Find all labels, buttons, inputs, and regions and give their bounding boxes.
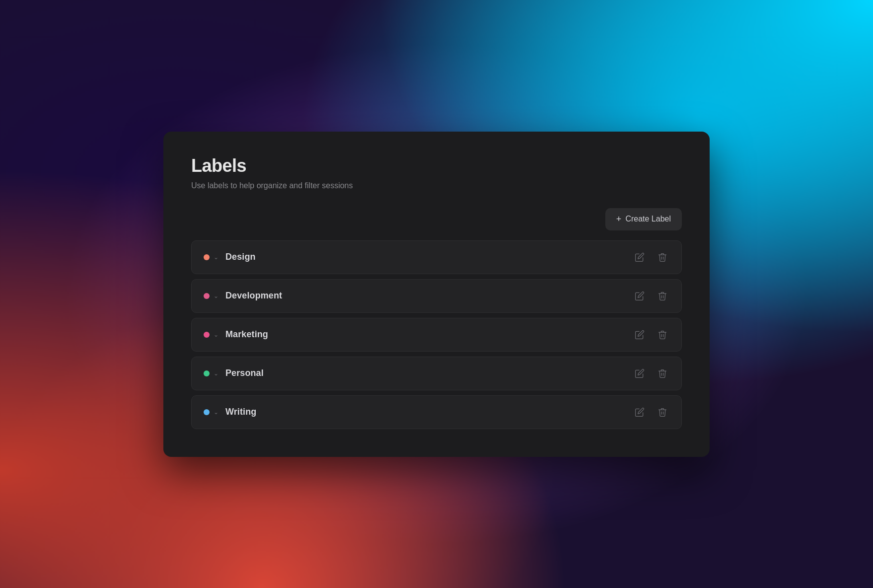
label-name-marketing: Marketing — [225, 329, 268, 340]
label-actions-writing — [633, 405, 669, 419]
label-name-design: Design — [225, 252, 256, 262]
label-row-marketing: ⌄ Marketing — [191, 318, 682, 352]
create-label-button-text: Create Label — [625, 215, 671, 223]
edit-icon-design — [635, 252, 645, 262]
toolbar: + Create Label — [191, 208, 682, 230]
label-color-dot-design — [204, 254, 210, 260]
label-name-writing: Writing — [225, 407, 256, 417]
label-row-personal: ⌄ Personal — [191, 357, 682, 390]
delete-button-development[interactable] — [655, 289, 669, 303]
edit-button-marketing[interactable] — [633, 328, 647, 342]
plus-icon: + — [616, 214, 622, 224]
edit-icon-personal — [635, 368, 645, 378]
edit-icon-development — [635, 291, 645, 301]
edit-button-design[interactable] — [633, 250, 647, 264]
label-actions-design — [633, 250, 669, 264]
label-name-personal: Personal — [225, 368, 264, 378]
edit-button-development[interactable] — [633, 289, 647, 303]
chevron-down-icon-design[interactable]: ⌄ — [214, 254, 218, 261]
edit-icon-writing — [635, 407, 645, 417]
chevron-down-icon-development[interactable]: ⌄ — [214, 293, 218, 299]
edit-icon-marketing — [635, 330, 645, 340]
chevron-down-icon-marketing[interactable]: ⌄ — [214, 331, 218, 338]
label-left-writing: ⌄ Writing — [204, 407, 633, 417]
labels-list: ⌄ Design — [191, 240, 682, 429]
create-label-button[interactable]: + Create Label — [605, 208, 682, 230]
trash-icon-marketing — [657, 330, 667, 340]
label-actions-development — [633, 289, 669, 303]
label-row-development: ⌄ Development — [191, 279, 682, 313]
delete-button-design[interactable] — [655, 250, 669, 264]
label-name-development: Development — [225, 291, 282, 301]
label-left-design: ⌄ Design — [204, 252, 633, 262]
trash-icon-design — [657, 252, 667, 262]
label-left-personal: ⌄ Personal — [204, 368, 633, 378]
chevron-down-icon-personal[interactable]: ⌄ — [214, 370, 218, 377]
trash-icon-personal — [657, 368, 667, 378]
label-color-dot-personal — [204, 370, 210, 376]
label-color-dot-development — [204, 293, 210, 299]
trash-icon-writing — [657, 407, 667, 417]
delete-button-writing[interactable] — [655, 405, 669, 419]
edit-button-writing[interactable] — [633, 405, 647, 419]
edit-button-personal[interactable] — [633, 367, 647, 380]
label-left-marketing: ⌄ Marketing — [204, 329, 633, 340]
delete-button-personal[interactable] — [655, 367, 669, 380]
label-color-dot-marketing — [204, 332, 210, 338]
delete-button-marketing[interactable] — [655, 328, 669, 342]
label-left-development: ⌄ Development — [204, 291, 633, 301]
page-title: Labels — [191, 155, 682, 176]
trash-icon-development — [657, 291, 667, 301]
chevron-down-icon-writing[interactable]: ⌄ — [214, 409, 218, 416]
label-row-writing: ⌄ Writing — [191, 395, 682, 429]
labels-card: Labels Use labels to help organize and f… — [163, 132, 710, 457]
label-color-dot-writing — [204, 409, 210, 415]
label-row-design: ⌄ Design — [191, 240, 682, 274]
page-subtitle: Use labels to help organize and filter s… — [191, 181, 682, 190]
label-actions-marketing — [633, 328, 669, 342]
label-actions-personal — [633, 367, 669, 380]
